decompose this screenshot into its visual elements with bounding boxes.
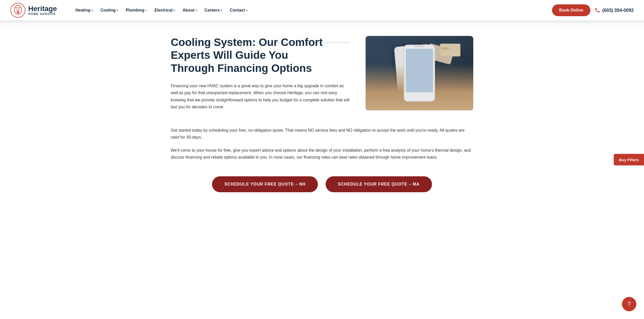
nav-actions: Book Online (603) 354-0092 [552,4,634,16]
nav-item-about[interactable]: About ▾ [179,6,200,15]
chevron-down-icon: ▾ [174,9,175,12]
chevron-down-icon: ▾ [92,9,93,12]
page-title: Cooling System: Our Comfort Experts Will… [171,36,350,75]
nav-item-careers[interactable]: Careers ▾ [202,6,225,15]
nav-item-cooling[interactable]: Cooling ▾ [97,6,121,15]
phone-link[interactable]: (603) 354-0092 [595,7,634,13]
logo-text: Heritage HOME SERVICE [28,5,57,15]
scroll-overlay [0,21,644,26]
nav-item-heating[interactable]: Heating ▾ [72,6,96,15]
phone-illustration [366,36,473,110]
nav-item-contact[interactable]: Contact ▾ [227,6,250,15]
title-line1: Cooling System: Our Comfort [171,36,350,49]
main-content: Cooling System: Our Comfort Experts Will… [155,26,489,208]
chevron-down-icon: ▾ [145,9,147,12]
title-line2: Experts Will Guide You [171,49,288,61]
svg-rect-7 [441,47,449,50]
logo[interactable]: Heritage HOME SERVICE [10,3,57,18]
svg-rect-4 [406,49,433,92]
chevron-down-icon: ▾ [117,9,118,12]
hero-image [366,36,473,110]
hero-text: Cooling System: Our Comfort Experts Will… [171,36,350,117]
chevron-down-icon: ▾ [196,9,197,12]
svg-point-2 [17,11,19,13]
schedule-nh-button[interactable]: SCHEDULE YOUR FREE QUOTE – NH [212,176,318,192]
svg-rect-6 [440,44,460,56]
title-line3: Through Financing Options [171,62,312,74]
nav-links: Heating ▾ Cooling ▾ Plumbing ▾ Electrica… [72,6,552,15]
book-online-button[interactable]: Book Online [552,4,590,16]
body-paragraph-3: We'll come to your house for free, give … [171,147,473,161]
card-icon [440,44,460,56]
logo-icon [10,3,26,18]
svg-rect-5 [414,46,425,47]
navbar: Heritage HOME SERVICE Heating ▾ Cooling … [0,0,644,21]
cta-section: SCHEDULE YOUR FREE QUOTE – NH SCHEDULE Y… [171,176,473,192]
brand-name: Heritage [28,5,57,12]
phone-number: (603) 354-0092 [602,8,634,13]
nav-item-plumbing[interactable]: Plumbing ▾ [123,6,150,15]
body-paragraph-2: Get started today by scheduling your fre… [171,127,473,141]
phone-device-icon [403,44,436,103]
chevron-down-icon: ▾ [221,9,222,12]
buy-filters-button[interactable]: Buy Filters [614,154,644,165]
schedule-ma-button[interactable]: SCHEDULE YOUR FREE QUOTE – MA [326,176,432,192]
hero-section: Cooling System: Our Comfort Experts Will… [171,36,473,117]
nav-item-electrical[interactable]: Electrical ▾ [151,6,178,15]
body-paragraph-1: Financing your new HVAC system is a grea… [171,82,350,110]
phone-icon [595,7,600,13]
chevron-down-icon: ▾ [246,9,247,12]
brand-subtitle: HOME SERVICE [28,12,57,15]
